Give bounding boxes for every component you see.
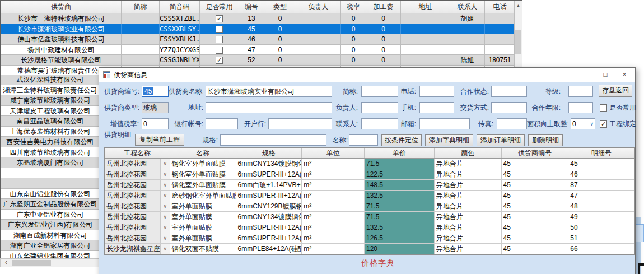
- supplier-row[interactable]: 西安佳吉美电力科技有限公司: [1, 137, 99, 147]
- chevron-down-icon[interactable]: ∨: [160, 169, 170, 179]
- detail-grid-row[interactable]: 岳州北控花园∨钢化室外单面贴膜6mm白玻+1.14PVB+6mm...m²148…: [105, 180, 634, 191]
- chevron-down-icon[interactable]: ∨: [160, 159, 170, 169]
- grid-column-header-4[interactable]: 单位: [302, 148, 365, 158]
- supplier-type-field[interactable]: 玻璃: [142, 102, 169, 113]
- unit-price-cell[interactable]: 148.5: [365, 180, 435, 190]
- project-combo-cell[interactable]: 岳州北控花园∨: [105, 201, 170, 211]
- project-combo-cell[interactable]: 岳州北控花园∨: [105, 222, 170, 233]
- unit-price-cell[interactable]: 132.5: [365, 191, 435, 201]
- unit-price-cell[interactable]: 122.5: [365, 169, 435, 179]
- checkbox-icon[interactable]: [216, 36, 223, 43]
- abbr-field[interactable]: [361, 86, 398, 97]
- save-return-button[interactable]: 存盘返回: [599, 85, 632, 97]
- project-combo-cell[interactable]: 岳州北控花园∨: [105, 159, 170, 169]
- project-combo-cell[interactable]: 岳州北控花园∨: [105, 191, 170, 201]
- column-header-12[interactable]: 电话: [485, 1, 515, 13]
- unit-price-cell[interactable]: 132.5: [365, 222, 435, 233]
- horizontal-scrollbar[interactable]: ‹: [0, 258, 99, 267]
- coop-status-field[interactable]: [491, 86, 527, 97]
- supplier-row[interactable]: 长沙晟格节能玻璃有限公司CSSGJNBLYXGS✓52000陈姐180751: [1, 55, 522, 66]
- column-header-3[interactable]: 简音码: [160, 1, 200, 13]
- vat-field[interactable]: 0: [142, 118, 169, 129]
- close-icon[interactable]: ×: [616, 68, 633, 82]
- supplier-row[interactable]: 天津耀皮工程玻璃有限公司: [1, 106, 99, 117]
- column-header-2[interactable]: 简称: [122, 1, 160, 13]
- supplier-row[interactable]: 四川南玻节能玻璃有限公司: [1, 147, 99, 158]
- chevron-down-icon[interactable]: ∨: [160, 180, 170, 190]
- detail-grid-row[interactable]: 岳州北控花园∨室外单面贴膜6mmCNY129B镀膜钢化m²71.5异地合片454…: [105, 201, 634, 212]
- project-combo-cell[interactable]: 长沙龙湖祺鑫星座∨: [105, 244, 170, 254]
- grid-column-header-3[interactable]: 规格: [236, 148, 302, 158]
- column-header-7[interactable]: 负责人: [296, 1, 341, 13]
- delivery-field[interactable]: [491, 102, 527, 113]
- coop-years-field[interactable]: [568, 102, 593, 113]
- detail-grid-row[interactable]: 岳州北控花园∨钢化室外单面贴膜6mmCNY134镀膜钢化m²71.5异地合片45…: [105, 159, 634, 169]
- chevron-down-icon[interactable]: ∨: [160, 201, 170, 211]
- project-combo-cell[interactable]: 岳州北控花园∨: [105, 233, 170, 243]
- supplier-row[interactable]: [1, 178, 99, 189]
- unit-price-cell[interactable]: 126.5: [365, 233, 435, 243]
- dialog-titlebar[interactable]: 供货商信息 ─ □ ×: [99, 68, 635, 82]
- supplier-row[interactable]: 上海优泰装饰材料有限公司: [1, 127, 99, 137]
- detail-grid-row[interactable]: 长沙龙湖祺鑫星座∨钢化双面不贴膜6mmPLE84+12A(硅酮胶...m²120…: [105, 244, 634, 254]
- supplier-row[interactable]: 长沙市三湘特种玻璃有限公司CSSSXTZBL..✓13000胡姐: [1, 13, 522, 24]
- add-dict-detail-button[interactable]: 添加字典明细: [425, 134, 473, 146]
- project-bind-checkbox[interactable]: ✓工程绑定: [600, 120, 636, 128]
- checkbox-icon[interactable]: [216, 47, 223, 54]
- delete-detail-button[interactable]: 删除明细: [528, 134, 563, 146]
- unit-price-cell[interactable]: 120: [365, 244, 435, 254]
- phone-field[interactable]: [419, 86, 454, 97]
- detail-grid-row[interactable]: 岳州北控花园∨钢化室外单面贴膜6mmSUPER-III+12A(硅...m²12…: [105, 169, 634, 180]
- supplier-row[interactable]: 广东坚朗五金制品股份有限公司: [1, 199, 99, 210]
- column-header-11[interactable]: 联系人: [450, 1, 485, 13]
- area-round-combo[interactable]: 0∨: [571, 118, 595, 129]
- chevron-down-icon[interactable]: ∨: [160, 244, 170, 254]
- column-header-10[interactable]: 地址: [401, 1, 450, 13]
- unit-price-cell[interactable]: 71.5: [365, 212, 435, 222]
- grid-column-header-1[interactable]: 工程名称: [105, 148, 170, 158]
- supplier-row[interactable]: 广东兴发铝业(江西)有限公司: [1, 220, 99, 230]
- detail-grid-row[interactable]: 岳州北控花园∨室外单面贴膜6mmSUPER-III+12A(硅...m²132.…: [105, 222, 634, 233]
- fax-field[interactable]: [497, 118, 527, 129]
- column-header-6[interactable]: 类型: [264, 1, 296, 13]
- add-order-detail-button[interactable]: 添加订单明细: [477, 134, 525, 146]
- manager-field[interactable]: [361, 102, 398, 113]
- unit-price-cell[interactable]: 71.5: [365, 201, 435, 211]
- detail-grid-row[interactable]: 岳州北控花园∨室外单面贴膜6mmSUPER-III+12A(硅...m²126.…: [105, 233, 634, 244]
- checkbox-icon[interactable]: ✓: [600, 120, 607, 128]
- column-header-9[interactable]: 加工费: [366, 1, 401, 13]
- chevron-down-icon[interactable]: ∨: [160, 212, 170, 222]
- detail-grid-row[interactable]: 岳州北控花园∨磨砂钢化室外单面贴膜6mmSUPER-III+12A(硅...m²…: [105, 191, 634, 201]
- copy-project-button[interactable]: 复制当前工程: [135, 134, 184, 146]
- column-header-4[interactable]: 是否常用: [200, 1, 239, 13]
- checkbox-icon[interactable]: ✓: [216, 15, 223, 22]
- grid-column-header-2[interactable]: 名称: [170, 148, 236, 158]
- grid-column-header-6[interactable]: 颜色: [435, 148, 502, 158]
- checkbox-icon[interactable]: [216, 26, 223, 33]
- supplier-row[interactable]: 咸宁南玻节能玻璃有限公司: [1, 95, 99, 106]
- project-combo-cell[interactable]: 岳州北控花园∨: [105, 180, 170, 190]
- detail-grid-row[interactable]: 岳州北控花园∨室外单面贴膜6mmCNY134镀膜钢化m²71.5异地合片4549: [105, 212, 634, 222]
- supplier-row[interactable]: 长沙市潇湘玻璃实业有限公司CSSXXBLSY..45000: [1, 24, 522, 35]
- scroll-up-icon[interactable]: ▲: [515, 1, 522, 10]
- supplier-row[interactable]: 扬州中勤建材有限公司YZZQJCYXGS47000: [1, 45, 522, 55]
- supplier-row[interactable]: 山东南山铝业股份有限公司: [1, 189, 99, 199]
- email-field[interactable]: [419, 118, 470, 129]
- grade-field[interactable]: [568, 86, 593, 97]
- supplier-row[interactable]: 广东中亚铝业有限公司: [1, 210, 99, 220]
- spec-filter-field[interactable]: [220, 134, 326, 146]
- horizontal-scrollbar-thumb[interactable]: [12, 260, 51, 266]
- common-checkbox[interactable]: 是否常用: [600, 104, 636, 112]
- locate-by-condition-button[interactable]: 按条件定位: [381, 134, 422, 146]
- column-header-8[interactable]: 税率: [341, 1, 366, 13]
- contact-field[interactable]: [361, 118, 398, 129]
- supplier-row[interactable]: 湖南百成新材料有限公司: [1, 230, 99, 241]
- grid-column-header-7[interactable]: 供货商编号: [502, 148, 569, 158]
- column-header-1[interactable]: 供货商: [1, 1, 122, 13]
- supplier-row[interactable]: [1, 168, 99, 179]
- checkbox-icon[interactable]: ✓: [216, 57, 223, 64]
- bank-field[interactable]: [268, 118, 332, 129]
- supplier-row[interactable]: 佛山市亿鑫玻璃科技有限公司FSSYXBLKJ..46000: [1, 34, 522, 45]
- vertical-scrollbar-thumb[interactable]: [515, 30, 521, 54]
- chevron-down-icon[interactable]: ∨: [160, 222, 170, 233]
